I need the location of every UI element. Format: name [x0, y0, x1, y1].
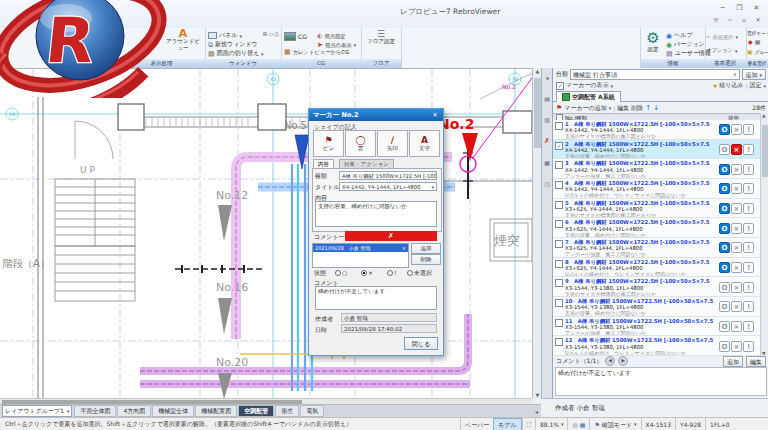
dialog-comment-textarea[interactable]: 締め付けが不足しています	[315, 286, 437, 310]
scroll-up-icon[interactable]: ▲	[762, 113, 765, 118]
cloud-shape-button[interactable]: ◯雲	[345, 130, 376, 157]
properties-panel-icon[interactable]: ▥	[544, 116, 550, 123]
comment-list-item[interactable]: 2021/09/28 小倉 智哉×	[313, 244, 408, 252]
status-ex-button[interactable]: !	[743, 124, 754, 135]
group-button[interactable]: ▣ グループ	[747, 48, 768, 56]
row-checkbox[interactable]	[555, 299, 563, 307]
edit-marker-button[interactable]: 編集	[617, 104, 629, 113]
list-scroll-thumb[interactable]	[762, 125, 768, 177]
title-combo[interactable]: X4-1442, Y4-1444, 1FL+4800▾	[339, 182, 437, 191]
marker-row[interactable]: 4 A棟 吊り鋼材 1500W×1722.5H [-100×50×5×7.5X4…	[553, 179, 760, 199]
options-button[interactable]: オプション▾	[706, 47, 738, 54]
row-checkbox[interactable]	[555, 260, 563, 268]
side-panel-strip[interactable]: ◂ ▤ ▥ ✗ ▦ ◳	[541, 68, 552, 398]
model-button[interactable]: モデル	[493, 418, 521, 430]
marker-row[interactable]: 9 A棟 吊り鋼材 1500W×1722.5H [-100×50×5×7.5X3…	[553, 277, 760, 297]
status-ok-button[interactable]: O	[719, 282, 730, 293]
viewpoint-show-button[interactable]: ➤ 視点の表示▾	[317, 41, 356, 49]
marker-16-label[interactable]: No.16	[216, 281, 248, 294]
dialog-close-icon[interactable]: ✕	[429, 111, 441, 119]
system-tab[interactable]: 空調配管 A系統	[556, 91, 621, 102]
status-ng-button[interactable]: ×	[731, 341, 742, 352]
text-shape-button[interactable]: A文字	[409, 130, 440, 157]
status-ok-button[interactable]: O	[719, 242, 730, 253]
next-comment-button[interactable]: ▶	[618, 356, 628, 366]
category-add-button[interactable]: 追加 ▾	[742, 69, 766, 80]
version-button[interactable]: ◉ バージョン	[666, 40, 705, 49]
vscroll-thumb[interactable]	[534, 78, 541, 148]
status-radio-ng[interactable]: ×	[361, 269, 373, 276]
status-ex-button[interactable]: !	[743, 203, 754, 214]
marker-20-label[interactable]: No.20	[216, 356, 248, 369]
pin-shape-button[interactable]: ⚑ピン	[313, 130, 344, 157]
row-checkbox[interactable]	[555, 279, 563, 287]
status-ex-button[interactable]: !	[743, 282, 754, 293]
layout-tab[interactable]: 電気	[300, 405, 324, 417]
new-window-button[interactable]: ⧉ 新規ウィンドウ	[208, 40, 258, 49]
dialog-close-button[interactable]: 閉じる	[404, 337, 438, 350]
status-radio-none[interactable]: 未選択	[407, 269, 432, 278]
status-ng-button[interactable]: ×	[731, 301, 742, 312]
zoom-level[interactable]: 88.1%▾	[535, 418, 568, 430]
help-button[interactable]: ◉ ヘルプ	[666, 31, 693, 40]
filter-button[interactable]: 絞り込み	[719, 81, 743, 90]
comment-box[interactable]: 締め付けが不足しています	[555, 367, 767, 396]
view-panel-icon[interactable]: ◳	[544, 180, 550, 187]
status-ok-button[interactable]: O	[719, 183, 730, 194]
status-ex-button[interactable]: !	[743, 262, 754, 273]
status-ok-button[interactable]: O	[719, 301, 730, 312]
list-scrollbar[interactable]: ▲ ▼	[760, 113, 768, 356]
select-mode-icons[interactable]: ◆ ▦	[748, 38, 760, 46]
row-checkbox[interactable]	[555, 338, 563, 346]
marker-16-pin[interactable]	[218, 298, 232, 334]
row-checkbox[interactable]	[555, 319, 563, 327]
fit-view-button[interactable]: ⛶	[522, 418, 535, 430]
row-checkbox[interactable]	[555, 181, 563, 189]
marker-12-label[interactable]: No.12	[216, 189, 248, 202]
kind-combo[interactable]: A棟 吊り鋼材 1500W×1722.5H [-100×50×5×7.5▾	[339, 171, 437, 180]
layout-tab[interactable]: 平面全体図	[74, 405, 116, 417]
marker-5-label[interactable]: No.5	[284, 120, 307, 131]
status-ex-button[interactable]: !	[743, 144, 754, 155]
status-ng-button[interactable]: ×	[731, 242, 742, 253]
dialog-add-button[interactable]: 追加	[411, 243, 441, 254]
minimize-button[interactable]: ─	[715, 3, 730, 13]
layout-tab[interactable]: 機械配置図	[195, 405, 237, 417]
marker-row[interactable]: 1 A棟 吊り鋼材 1500W×1722.5H [-100×50×5×7.5X4…	[553, 120, 760, 140]
drawing-canvas[interactable]: X3 X4 Y4 U P 階段（A）	[0, 68, 532, 399]
pages-panel-icon[interactable]: ▤	[544, 95, 550, 102]
row-checkbox[interactable]: ✓	[555, 142, 563, 150]
panel-button[interactable]: パネル▾	[208, 31, 242, 40]
status-ok-button[interactable]: O	[719, 223, 730, 234]
zoom-tools[interactable]: ◎▦	[567, 418, 589, 430]
marker-row[interactable]: 6 A棟 吊り鋼材 1500W×1722.5H [-100×50×5×7.5X3…	[553, 218, 760, 238]
marker-row[interactable]: 5 A棟 吊り鋼材 1500W×1722.5H [-100×50×5×7.5X3…	[553, 199, 760, 219]
status-ng-button[interactable]: ×	[731, 282, 742, 293]
select-mode-button[interactable]: 選択モード	[747, 30, 768, 36]
status-ex-button[interactable]: !	[743, 242, 754, 253]
comment-edit-button[interactable]: 編集	[746, 356, 766, 367]
window-mini-icons[interactable]: ⊞▭⎙	[263, 31, 279, 38]
status-ng-button[interactable]: ×	[731, 183, 742, 194]
confirm-mode-button[interactable]: ⚑確認モード▾	[589, 418, 640, 430]
marker-display-checkbox[interactable]: ✓	[556, 82, 564, 90]
status-ok-button[interactable]: O	[719, 203, 730, 214]
cg-button[interactable]: CG	[284, 32, 307, 41]
marker-row[interactable]: 10 A棟 吊り鋼材 1500W×1722.5H [-100×50×5×7.5X…	[553, 297, 760, 317]
move-up-icon[interactable]: ↑	[645, 104, 651, 112]
tab-scroll-left-icon[interactable]: ◂	[535, 408, 541, 415]
status-ok-button[interactable]: O	[719, 164, 730, 175]
status-radio-question[interactable]: !	[387, 269, 396, 276]
status-ex-button[interactable]: !	[743, 164, 754, 175]
status-ok-button[interactable]: O	[719, 124, 730, 135]
status-ex-button[interactable]: !	[743, 223, 754, 234]
status-ex-button[interactable]: !	[743, 301, 754, 312]
status-ng-button[interactable]: ×	[731, 164, 742, 175]
comment-add-button[interactable]: 追加	[723, 356, 743, 367]
content-textarea[interactable]: 支持の容量、締め付けに問題ないか	[315, 201, 437, 227]
marker-row[interactable]: 11 A棟 吊り鋼材 1500W×1722.5H [-100×50×5×7.5X…	[553, 317, 760, 337]
row-checkbox[interactable]	[555, 240, 563, 248]
row-checkbox[interactable]	[555, 122, 563, 130]
status-ok-button[interactable]: O	[719, 341, 730, 352]
delete-marker-button[interactable]: 削除	[631, 104, 643, 113]
